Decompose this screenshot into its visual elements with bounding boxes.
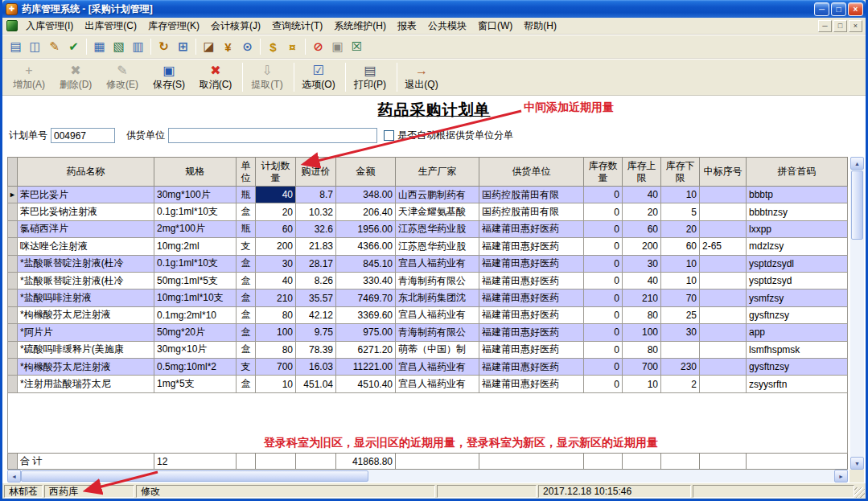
- hscroll-thumb[interactable]: [21, 470, 368, 482]
- cell[interactable]: 1956.00: [336, 220, 396, 237]
- cell[interactable]: 210: [623, 290, 661, 306]
- cell[interactable]: 32.6: [296, 220, 336, 237]
- scroll-left-icon[interactable]: ◄: [7, 470, 21, 483]
- cell[interactable]: 975.00: [336, 324, 396, 341]
- cell[interactable]: 0: [584, 324, 623, 341]
- cell[interactable]: [700, 255, 747, 272]
- cell[interactable]: 25: [661, 306, 700, 323]
- cell[interactable]: [700, 203, 747, 220]
- stop-icon[interactable]: ⊘: [309, 38, 327, 56]
- cell[interactable]: 0: [584, 238, 623, 255]
- column-header[interactable]: 购进价: [296, 158, 336, 187]
- row-indicator[interactable]: [8, 203, 18, 220]
- cell[interactable]: 60: [623, 220, 661, 237]
- cell[interactable]: *枸橼酸芬太尼注射液: [18, 358, 154, 375]
- supplier-input[interactable]: [168, 128, 377, 143]
- column-header[interactable]: 供货单位: [479, 158, 584, 187]
- cell[interactable]: 330.40: [336, 272, 396, 289]
- row-indicator[interactable]: [8, 238, 18, 255]
- audit-plan-icon[interactable]: ✔: [64, 38, 83, 56]
- cell[interactable]: 盒: [237, 306, 256, 323]
- cell[interactable]: ysmfzsy: [747, 290, 848, 306]
- cell[interactable]: 0: [584, 376, 623, 392]
- cell[interactable]: 福建莆田惠好医药: [479, 220, 584, 237]
- menu-item[interactable]: 窗口(W): [472, 18, 518, 35]
- cell[interactable]: 国药控股莆田有限: [479, 187, 584, 203]
- cell[interactable]: 萌蒂（中国）制: [396, 341, 479, 358]
- column-header[interactable]: 药品名称: [18, 158, 154, 187]
- cell[interactable]: *盐酸哌替啶注射液(杜冷: [18, 272, 154, 289]
- cell[interactable]: gysftnzsy: [747, 306, 848, 323]
- cell[interactable]: 盒: [237, 272, 256, 289]
- print-button[interactable]: ▤打印(P): [350, 60, 390, 94]
- cell[interactable]: 80: [623, 341, 661, 358]
- cell[interactable]: [700, 324, 747, 341]
- cell[interactable]: 30: [623, 255, 661, 272]
- cell[interactable]: 10: [623, 376, 661, 392]
- row-indicator[interactable]: [8, 376, 18, 392]
- cell[interactable]: [700, 376, 747, 392]
- options-button[interactable]: ☑选项(O): [298, 60, 339, 94]
- cell[interactable]: 福建莆田惠好医药: [479, 358, 584, 375]
- column-header[interactable]: 库存数量: [584, 158, 623, 187]
- row-indicator[interactable]: [8, 290, 18, 306]
- cell[interactable]: 山西云鹏制药有: [396, 187, 479, 203]
- cell[interactable]: *枸橼酸芬太尼注射液: [18, 306, 154, 323]
- cell[interactable]: 0: [584, 341, 623, 358]
- cell[interactable]: 10mg:2ml: [154, 238, 237, 255]
- restore-button[interactable]: □: [831, 2, 846, 16]
- cell[interactable]: 40: [256, 272, 296, 289]
- exit-button[interactable]: →退出(Q): [401, 60, 442, 94]
- cell[interactable]: 咪达唑仑注射液: [18, 238, 154, 255]
- cell[interactable]: 10: [661, 255, 700, 272]
- cell[interactable]: 福建莆田惠好医药: [479, 272, 584, 289]
- cell[interactable]: *盐酸哌替啶注射液(杜冷: [18, 255, 154, 272]
- cell[interactable]: [700, 306, 747, 323]
- cell[interactable]: lsmfhspmsk: [747, 341, 848, 358]
- cell[interactable]: 0.1g:1ml*10支: [154, 255, 237, 272]
- cell[interactable]: 瓶: [237, 187, 256, 203]
- cell[interactable]: bbbtnzsy: [747, 203, 848, 220]
- cell[interactable]: 福建莆田惠好医药: [479, 306, 584, 323]
- cell[interactable]: 60: [661, 238, 700, 255]
- cell[interactable]: 0: [584, 306, 623, 323]
- cell[interactable]: 8.26: [296, 272, 336, 289]
- cell[interactable]: 2mg*100片: [154, 220, 237, 237]
- cell[interactable]: 5: [661, 203, 700, 220]
- cell[interactable]: [700, 341, 747, 358]
- extract-button[interactable]: ⇩提取(T): [247, 60, 287, 94]
- cell[interactable]: 60: [256, 220, 296, 237]
- cell[interactable]: [661, 341, 700, 358]
- cell[interactable]: 206.40: [336, 203, 396, 220]
- cell[interactable]: 30: [256, 255, 296, 272]
- cell[interactable]: [700, 220, 747, 237]
- cell[interactable]: 4510.40: [336, 376, 396, 392]
- cell[interactable]: 0: [584, 220, 623, 237]
- plan-no-input[interactable]: [51, 128, 115, 143]
- cell[interactable]: 700: [623, 358, 661, 375]
- column-header[interactable]: 生产厂家: [396, 158, 479, 187]
- cell[interactable]: 苯巴比妥钠注射液: [18, 203, 154, 220]
- money-icon[interactable]: $: [264, 38, 282, 56]
- save-button[interactable]: ▣保存(S): [149, 60, 189, 94]
- menu-item[interactable]: 帮助(H): [518, 18, 562, 35]
- cell[interactable]: 210: [256, 290, 296, 306]
- horizontal-scrollbar[interactable]: ◄ ►: [7, 470, 848, 483]
- column-header[interactable]: 中标序号: [700, 158, 747, 187]
- delete-button[interactable]: ✖删除(D): [56, 60, 96, 94]
- cell[interactable]: [700, 290, 747, 306]
- cell[interactable]: 20: [623, 203, 661, 220]
- close-grid-icon[interactable]: ☒: [348, 38, 366, 56]
- cell[interactable]: lxxpp: [747, 220, 848, 237]
- add-button[interactable]: +增加(A): [9, 60, 49, 94]
- cell[interactable]: *阿片片: [18, 324, 154, 341]
- cell[interactable]: gysftnzsy: [747, 358, 848, 375]
- cell[interactable]: [700, 272, 747, 289]
- cell[interactable]: 支: [237, 358, 256, 375]
- cell[interactable]: 9.75: [296, 324, 336, 341]
- child-restore-button[interactable]: □: [833, 20, 847, 32]
- cell[interactable]: 8.7: [296, 187, 336, 203]
- close-button[interactable]: ×: [848, 2, 863, 16]
- cell[interactable]: 支: [237, 238, 256, 255]
- cell[interactable]: 宜昌人福药业有: [396, 358, 479, 375]
